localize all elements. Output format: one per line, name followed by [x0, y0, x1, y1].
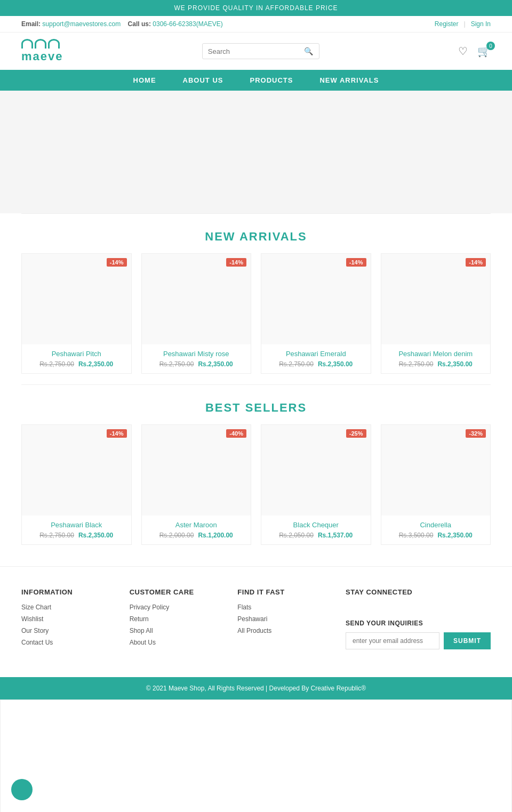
bs-new-price-2: Rs.1,537.00: [318, 532, 353, 539]
discount-badge-0: -14%: [107, 258, 127, 267]
logo[interactable]: maeve: [21, 39, 63, 63]
footer-link-about-us[interactable]: About Us: [130, 639, 222, 646]
footer-information: INFORMATION Size Chart Wishlist Our Stor…: [21, 588, 114, 650]
footer-link-contact-us[interactable]: Contact Us: [21, 639, 114, 646]
email-link[interactable]: support@maevestores.com: [42, 20, 121, 28]
best-seller-card-1[interactable]: -40% Aster Maroon Rs.2,000.00 Rs.1,200.0…: [141, 424, 252, 545]
nav-home[interactable]: HOME: [133, 76, 156, 84]
footer-link-our-story[interactable]: Our Story: [21, 627, 114, 634]
submit-button[interactable]: SUBMIT: [444, 632, 491, 649]
banner-text: WE PROVIDE QUALITY IN AFFORDABLE PRICE: [174, 4, 338, 12]
footer-link-peshawari[interactable]: Peshawari: [237, 615, 330, 623]
product-image-1: [142, 254, 251, 344]
bs-old-price-1: Rs.2,000.00: [159, 532, 194, 539]
footer-link-all-products[interactable]: All Products: [237, 627, 330, 634]
new-arrivals-title: NEW ARRIVALS: [0, 230, 512, 244]
footer-link-size-chart[interactable]: Size Chart: [21, 604, 114, 611]
nav-products[interactable]: PRODUCTS: [250, 76, 293, 84]
product-info-2: Peshawari Emerald Rs.2,750.00 Rs.2,350.0…: [261, 344, 371, 373]
bs-discount-badge-3: -32%: [466, 429, 486, 438]
footer-stay-connected-title: STAY CONNECTED: [346, 588, 491, 596]
bs-product-name-2[interactable]: Black Chequer: [267, 521, 365, 529]
footer-link-shop-all[interactable]: Shop All: [130, 627, 222, 634]
inquiry-email-input[interactable]: [346, 632, 439, 649]
new-arrival-card-0[interactable]: -14% Peshawari Pitch Rs.2,750.00 Rs.2,35…: [21, 253, 132, 374]
cart-button[interactable]: 🛒 0: [477, 45, 491, 58]
product-image-2: [261, 254, 371, 344]
best-seller-card-2[interactable]: -25% Black Chequer Rs.2,050.00 Rs.1,537.…: [261, 424, 371, 545]
best-seller-card-0[interactable]: -14% Peshawari Black Rs.2,750.00 Rs.2,35…: [21, 424, 132, 545]
register-link[interactable]: Register: [435, 20, 459, 28]
footer-link-return[interactable]: Return: [130, 615, 222, 623]
bs-discount-badge-1: -40%: [226, 429, 246, 438]
new-arrival-card-3[interactable]: -14% Peshawari Melon denim Rs.2,750.00 R…: [381, 253, 491, 374]
call-label: Call us:: [128, 20, 151, 28]
logo-text: maeve: [21, 50, 63, 63]
footer-stay-connected: STAY CONNECTED SEND YOUR INQUIRIES SUBMI…: [346, 588, 491, 650]
bs-product-name-0[interactable]: Peshawari Black: [27, 521, 126, 529]
footer-grid: INFORMATION Size Chart Wishlist Our Stor…: [21, 588, 491, 650]
bs-old-price-3: Rs.3,500.00: [399, 532, 434, 539]
product-info-1: Peshawari Misty rose Rs.2,750.00 Rs.2,35…: [142, 344, 251, 373]
footer: INFORMATION Size Chart Wishlist Our Stor…: [0, 566, 512, 677]
discount-badge-3: -14%: [466, 258, 486, 267]
footer-information-title: INFORMATION: [21, 588, 114, 596]
search-button[interactable]: 🔍: [304, 47, 313, 55]
bs-product-info-1: Aster Maroon Rs.2,000.00 Rs.1,200.00: [142, 516, 251, 544]
product-info-0: Peshawari Pitch Rs.2,750.00 Rs.2,350.00: [22, 344, 131, 373]
bs-product-info-3: Cinderella Rs.3,500.00 Rs.2,350.00: [381, 516, 491, 544]
bs-product-prices-2: Rs.2,050.00 Rs.1,537.00: [267, 532, 365, 539]
logo-waves: [21, 39, 60, 49]
product-prices-1: Rs.2,750.00 Rs.2,350.00: [147, 360, 246, 368]
bs-old-price-2: Rs.2,050.00: [279, 532, 314, 539]
bs-product-prices-1: Rs.2,000.00 Rs.1,200.00: [147, 532, 246, 539]
new-arrival-card-1[interactable]: -14% Peshawari Misty rose Rs.2,750.00 Rs…: [141, 253, 252, 374]
product-prices-0: Rs.2,750.00 Rs.2,350.00: [27, 360, 126, 368]
product-name-3[interactable]: Peshawari Melon denim: [387, 350, 485, 358]
discount-badge-1: -14%: [226, 258, 246, 267]
best-sellers-section: BEST SELLERS -14% Peshawari Black Rs.2,7…: [0, 384, 512, 545]
bs-product-info-2: Black Chequer Rs.2,050.00 Rs.1,537.00: [261, 516, 371, 544]
footer-link-wishlist[interactable]: Wishlist: [21, 615, 114, 623]
old-price-1: Rs.2,750.00: [159, 360, 194, 368]
inquiry-form: SUBMIT: [346, 632, 491, 649]
email-label: Email:: [21, 20, 41, 28]
bs-product-name-1[interactable]: Aster Maroon: [147, 521, 246, 529]
search-bar: 🔍: [202, 43, 319, 59]
header-main: maeve 🔍 ♡ 🛒 0: [0, 33, 512, 70]
footer-link-flats[interactable]: Flats: [237, 604, 330, 611]
product-name-0[interactable]: Peshawari Pitch: [27, 350, 126, 358]
new-arrivals-section: NEW ARRIVALS -14% Peshawari Pitch Rs.2,7…: [0, 213, 512, 374]
product-name-1[interactable]: Peshawari Misty rose: [147, 350, 246, 358]
best-seller-card-3[interactable]: -32% Cinderella Rs.3,500.00 Rs.2,350.00: [381, 424, 491, 545]
bs-product-name-3[interactable]: Cinderella: [387, 521, 485, 529]
logo-wave-2: [35, 39, 46, 49]
footer-bottom: © 2021 Maeve Shop, All Rights Reserved |…: [0, 677, 512, 700]
bs-product-prices-0: Rs.2,750.00 Rs.2,350.00: [27, 532, 126, 539]
bs-product-prices-3: Rs.3,500.00 Rs.2,350.00: [387, 532, 485, 539]
new-price-1: Rs.2,350.00: [198, 360, 233, 368]
nav-bar: HOME ABOUT US PRODUCTS NEW ARRIVALS: [0, 70, 512, 91]
product-info-3: Peshawari Melon denim Rs.2,750.00 Rs.2,3…: [381, 344, 491, 373]
bs-discount-badge-0: -14%: [107, 429, 127, 438]
new-price-2: Rs.2,350.00: [318, 360, 353, 368]
auth-links: Register | Sign In: [435, 20, 491, 28]
bs-product-image-2: [261, 425, 371, 516]
product-name-2[interactable]: Peshawari Emerald: [267, 350, 365, 358]
nav-about-us[interactable]: ABOUT US: [183, 76, 223, 84]
new-arrival-card-2[interactable]: -14% Peshawari Emerald Rs.2,750.00 Rs.2,…: [261, 253, 371, 374]
signin-link[interactable]: Sign In: [471, 20, 491, 28]
search-input[interactable]: [208, 47, 304, 55]
wishlist-button[interactable]: ♡: [458, 45, 468, 58]
bs-product-image-0: [22, 425, 131, 516]
bs-discount-badge-2: -25%: [346, 429, 366, 438]
bs-product-image-3: [381, 425, 491, 516]
popup-circle-button[interactable]: [11, 779, 33, 800]
old-price-0: Rs.2,750.00: [39, 360, 74, 368]
call-link[interactable]: 0306-66-62383(MAEVE): [153, 20, 222, 28]
nav-new-arrivals[interactable]: NEW ARRIVALS: [319, 76, 379, 84]
footer-find-it-fast: FIND IT FAST Flats Peshawari All Product…: [237, 588, 330, 650]
footer-find-it-fast-title: FIND IT FAST: [237, 588, 330, 596]
hero-banner: [0, 91, 512, 213]
footer-link-privacy-policy[interactable]: Privacy Policy: [130, 604, 222, 611]
